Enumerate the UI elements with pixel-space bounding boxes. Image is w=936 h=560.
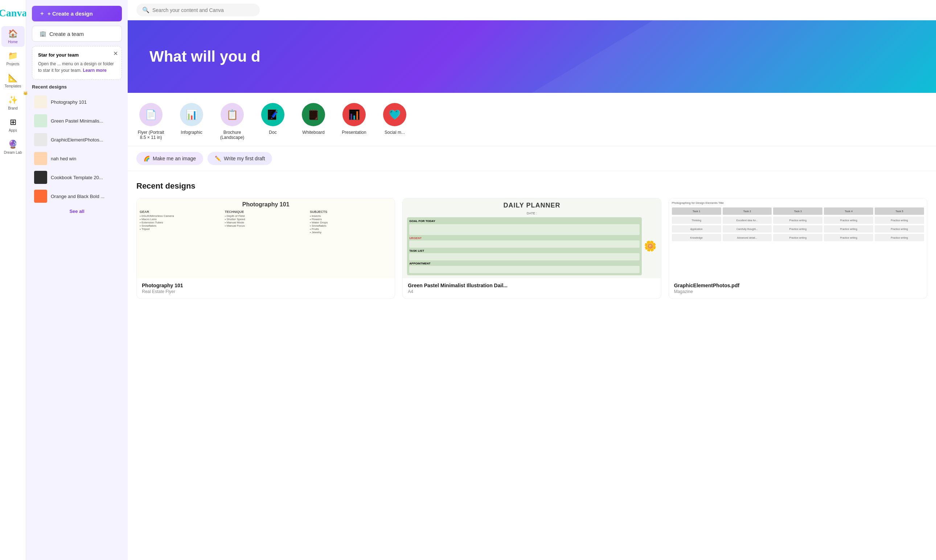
recent-thumb-0	[34, 95, 47, 108]
infographic-label: Infographic	[181, 130, 202, 135]
star-card-close-button[interactable]: ✕	[113, 50, 118, 57]
rainbow-icon: 🌈	[144, 155, 150, 162]
card-thumb-photo101: Photography 101 GEAR • DSLR/Mirrorless C…	[137, 198, 395, 278]
brochure-label: Brochure (Landscape)	[220, 130, 245, 140]
list-item[interactable]: Cookbook Template 20...	[32, 168, 122, 187]
sidebar-item-projects[interactable]: 📁 Projects	[2, 48, 25, 69]
whiteboard-label: Whiteboard	[302, 130, 324, 135]
sidebar: Canva 🏠 Home 📁 Projects 📐 Templates ✨ 👑 …	[0, 0, 26, 560]
brochure-icon: 📋	[226, 109, 238, 120]
whiteboard-icon-bg: 🗒️	[302, 103, 325, 126]
sidebar-item-dreamlab[interactable]: 🔮 Dream Lab	[2, 137, 25, 157]
recent-thumb-3	[34, 152, 47, 165]
card-info-graphic: GraphicElementPhotos.pdf Magazine	[669, 278, 927, 298]
create-design-button[interactable]: ＋ + Create a design	[32, 6, 122, 22]
sidebar-item-label-home: Home	[8, 40, 18, 44]
design-type-presentation[interactable]: 📊 Presentation	[340, 103, 369, 135]
header: 🔍	[128, 0, 936, 20]
recent-section-title: Recent designs	[32, 84, 122, 89]
search-icon: 🔍	[142, 6, 149, 14]
design-type-infographic[interactable]: 📊 Infographic	[177, 103, 206, 135]
flyer-icon-bg: 📄	[139, 103, 163, 126]
design-card-photo101[interactable]: Photography 101 GEAR • DSLR/Mirrorless C…	[136, 198, 395, 299]
design-types-row: 📄 Flyer (Portrait 8.5 × 11 in) 📊 Infogra…	[128, 93, 936, 146]
card-title-graphic: GraphicElementPhotos.pdf	[674, 283, 922, 288]
design-type-social[interactable]: ❤️ Social m...	[380, 103, 409, 135]
recent-item-name-3: nah hed win	[51, 156, 76, 162]
recent-thumb-4	[34, 171, 47, 184]
sidebar-item-label-templates: Templates	[5, 84, 22, 88]
write-draft-label: Write my first draft	[224, 155, 265, 162]
recent-section: Recent designs Photography 101 Green Pas…	[32, 84, 122, 217]
design-card-graphic[interactable]: Photographing for Design Elements Title …	[669, 198, 927, 299]
infographic-icon: 📊	[186, 109, 197, 120]
design-type-doc[interactable]: 📝 Doc	[258, 103, 287, 135]
star-card-learn-more-link[interactable]: Learn more	[83, 68, 106, 73]
main-content: 🔍 What will you d 📄 Flyer (Portrait 8.5 …	[128, 0, 936, 560]
crown-icon: 👑	[23, 91, 28, 95]
doc-icon-bg: 📝	[261, 103, 285, 126]
doc-icon: 📝	[267, 109, 279, 120]
list-item[interactable]: Orange and Black Bold ...	[32, 187, 122, 206]
thumb-content-photo101: Photography 101 GEAR • DSLR/Mirrorless C…	[137, 198, 395, 278]
brand-icon: ✨	[8, 95, 18, 105]
list-item[interactable]: nah hed win	[32, 149, 122, 168]
search-bar[interactable]: 🔍	[136, 4, 260, 16]
doc-label: Doc	[269, 130, 276, 135]
apps-icon: ⊞	[10, 117, 16, 127]
recent-designs-section: Recent designs Photography 101 GEAR • DS…	[128, 171, 936, 309]
recent-designs-title: Recent designs	[136, 182, 927, 191]
make-image-label: Make me an image	[153, 155, 196, 162]
design-card-daily-planner[interactable]: DAILY PLANNER DATE : GOAL FOR TODAY URGE…	[402, 198, 661, 299]
thumb-content-graphic: Photographing for Design Elements Title …	[669, 198, 927, 278]
sidebar-item-label-apps: Apps	[9, 128, 17, 132]
card-title-daily-planner: Green Pastel Minimalist Illustration Dai…	[408, 283, 656, 288]
social-icon-bg: ❤️	[383, 103, 406, 126]
flyer-label: Flyer (Portrait 8.5 × 11 in)	[138, 130, 164, 140]
thumb-content-daily-planner: DAILY PLANNER DATE : GOAL FOR TODAY URGE…	[403, 198, 660, 278]
star-card-description: Open the ... menu on a design or folder …	[38, 61, 116, 74]
list-item[interactable]: GraphicElementPhotos...	[32, 130, 122, 149]
search-input[interactable]	[152, 7, 254, 13]
recent-thumb-5	[34, 190, 47, 203]
dp-title: DAILY PLANNER	[503, 202, 560, 209]
design-type-flyer[interactable]: 📄 Flyer (Portrait 8.5 × 11 in)	[136, 103, 165, 140]
sidebar-item-templates[interactable]: 📐 Templates	[2, 70, 25, 91]
dreamlab-icon: 🔮	[8, 140, 18, 149]
create-team-button[interactable]: 🏢 Create a team	[32, 26, 122, 42]
list-item[interactable]: Photography 101	[32, 92, 122, 111]
sidebar-item-label-projects: Projects	[6, 62, 19, 66]
canva-logo[interactable]: Canva	[0, 5, 28, 25]
star-card-title: Star for your team	[38, 52, 116, 58]
sidebar-item-home[interactable]: 🏠 Home	[2, 26, 25, 47]
templates-icon: 📐	[8, 73, 18, 83]
plus-icon: ＋	[39, 10, 45, 17]
presentation-icon: 📊	[348, 109, 360, 120]
see-all-link[interactable]: See all	[32, 206, 122, 217]
home-icon: 🏠	[8, 29, 18, 38]
presentation-icon-bg: 📊	[342, 103, 366, 126]
projects-icon: 📁	[8, 51, 18, 61]
team-icon: 🏢	[40, 31, 46, 37]
create-design-label: + Create a design	[48, 11, 93, 17]
sidebar-item-label-dreamlab: Dream Lab	[4, 151, 22, 154]
list-item[interactable]: Green Pastel Minimalis...	[32, 111, 122, 130]
presentation-label: Presentation	[342, 130, 366, 135]
card-subtitle-graphic: Magazine	[674, 289, 922, 294]
card-info-daily-planner: Green Pastel Minimalist Illustration Dai…	[403, 278, 660, 298]
sidebar-item-label-brand: Brand	[8, 106, 18, 110]
design-type-whiteboard[interactable]: 🗒️ Whiteboard	[299, 103, 328, 135]
card-subtitle-daily-planner: A4	[408, 289, 656, 294]
card-info-photo101: Photography 101 Real Estate Flyer	[137, 278, 395, 298]
sidebar-item-apps[interactable]: ⊞ Apps	[2, 115, 25, 135]
infographic-icon-bg: 📊	[180, 103, 203, 126]
hero-heading: What will you d	[149, 48, 260, 65]
sidebar-item-brand[interactable]: ✨ 👑 Brand	[2, 92, 25, 113]
pencil-icon: ✏️	[215, 155, 221, 162]
write-draft-button[interactable]: ✏️ Write my first draft	[208, 152, 272, 165]
hero-shape	[532, 20, 936, 93]
card-thumb-graphic: Photographing for Design Elements Title …	[669, 198, 927, 278]
make-image-button[interactable]: 🌈 Make me an image	[136, 152, 203, 165]
design-type-brochure[interactable]: 📋 Brochure (Landscape)	[218, 103, 247, 140]
designs-grid: Photography 101 GEAR • DSLR/Mirrorless C…	[136, 198, 927, 299]
